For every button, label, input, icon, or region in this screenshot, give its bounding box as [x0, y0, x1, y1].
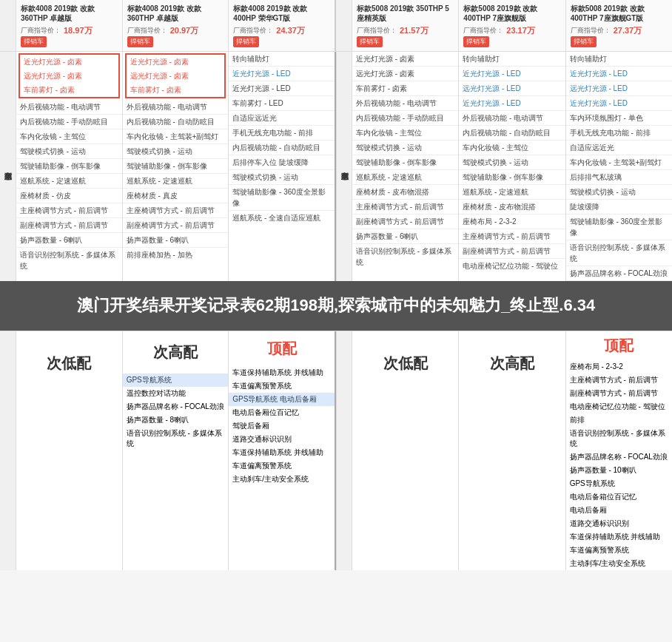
bottom-right-col2: 次高配 [459, 331, 565, 570]
feature-item: 近光灯光源 - LED [229, 67, 335, 81]
bottom-left: 次低配 次高配 GPS导航系统 遥控数控对话功能 扬声器品牌名称 - FOCAL… [0, 331, 336, 570]
gps-nav-row2: GPS导航系统 电动后备厢 [229, 393, 335, 406]
buy-button-r1[interactable]: 捍销车 [463, 36, 489, 47]
feature-item: 内后视镜功能 - 自动防眩目 [459, 126, 565, 141]
bottom-right: 次低配 次高配 顶配 座椅布局 - 2-3-2 主座椅调节方式 - 前后调节 副… [336, 331, 672, 570]
left-features: 车型信息 近光灯光源 - 卤素 远光灯光源 - 卤素 车前雾灯 - 卤素 外后视… [0, 52, 336, 281]
feature-item: 车道保持辅助系统 并线辅助 [566, 530, 672, 544]
buy-button-2[interactable]: 捍销车 [233, 36, 259, 47]
top-header: 标款4008 2019款 改款 360THP 卓越版 厂商指导价： 18.97万… [0, 0, 672, 51]
feature-item: 驾驶模式切换 - 运动 [16, 144, 122, 159]
left-col-3: 转向辅助灯 近光灯光源 - LED 近光灯光源 - LED 车前雾灯 - LED… [229, 52, 335, 281]
feature-item: 主座椅调节方式 - 前后调节 [459, 229, 565, 244]
feature-item: 驾驶模式切换 - 运动 [566, 185, 672, 200]
feature-item: 电动后备厢 [566, 504, 672, 517]
feature-item: 主座椅调节方式 - 前后调节 [16, 203, 122, 218]
feature-item: 座椅材质 - 真皮 [123, 189, 229, 203]
config-label-r次低配: 次低配 [380, 331, 431, 396]
feature-item: 座椅材质 - 仿皮 [16, 189, 122, 203]
gps-nav-row: GPS导航系统 [123, 374, 229, 387]
feature-item: GPS导航系统 [566, 477, 672, 490]
feature-item: 遥控数控对话功能 [123, 387, 229, 400]
feature-item: 车前雾灯 - LED [229, 96, 335, 111]
feature-item: 巡航系统 - 定速巡航 [16, 174, 122, 189]
feature-item: 近光灯光源 - LED [459, 96, 565, 111]
feature-item: 扬声器品牌名称 - FOCAL劲浪 [566, 450, 672, 464]
car-info-label-left: 车型信息 [0, 52, 16, 281]
feature-item: 车前雾灯 - 卤素 [20, 83, 118, 97]
model-header-r2: 标款5008 2019款 改款 400THP 7座旗舰GT版 厂商指导价： 27… [566, 0, 672, 51]
car-info-label-right: 车型信息 [336, 52, 352, 281]
feature-item: 巡航系统 - 全速自适应巡航 [229, 211, 335, 225]
feature-item: 内后视镜功能 - 自动防眩目 [123, 115, 229, 129]
left-models-header: 标款4008 2019款 改款 360THP 卓越版 厂商指导价： 18.97万… [0, 0, 336, 51]
bottom-left-col2: 次高配 GPS导航系统 遥控数控对话功能 扬声器品牌名称 - FOCAL劲浪 扬… [123, 331, 229, 570]
buy-button-1[interactable]: 捍销车 [127, 36, 153, 47]
feature-item: 车前雾灯 - 卤素 [127, 83, 225, 97]
model-header-r0: 标款5008 2019款 350THP 5 座精英版 厂商指导价： 21.57万… [352, 0, 459, 51]
buy-button-r0[interactable]: 捍销车 [357, 36, 383, 47]
feature-item: 电动座椅记忆位功能 - 驾驶位 [566, 400, 672, 413]
feature-item: 主座椅调节方式 - 前后调节 [566, 374, 672, 387]
feature-item: 后排排气私玻璃 [566, 170, 672, 185]
feature-item: 语音识别控制系统 - 多媒体系统 [566, 240, 672, 266]
feature-item: 巡航系统 - 定速巡航 [123, 174, 229, 189]
feature-item: 驾驶模式切换 - 运动 [352, 141, 458, 155]
feature-item: 驾驶辅助影像 - 倒车影像 [459, 170, 565, 185]
feature-item: 外后视镜功能 - 电动调节 [16, 100, 122, 115]
feature-item: 扬声器数量 - 6喇叭 [123, 233, 229, 248]
overlay-text: 澳门开奖结果开奖记录表62期198期,探索城市中的未知魅力_终止型.6.34 [77, 296, 595, 314]
feature-item: 语音识别控制系统 - 多媒体系统 [123, 427, 229, 450]
config-label-顶配: 顶配 [229, 331, 335, 366]
feature-item: 座椅布局 - 2-3-2 [459, 214, 565, 229]
feature-item: 近光灯光源 - LED [459, 67, 565, 81]
feature-item: 内后视镜功能 - 自动防眩目 [229, 141, 335, 155]
feature-item: 驾驶辅助影像 - 倒车影像 [352, 155, 458, 170]
feature-item: 近光灯光源 - LED [229, 81, 335, 96]
feature-item: 手机无线充电功能 - 前排 [566, 126, 672, 141]
feature-item: 电动后备厢位百记忆 [229, 406, 335, 419]
feature-item: 车内化妆镜 - 主驾位 [352, 126, 458, 141]
feature-item: 自适应远近光 [566, 141, 672, 155]
feature-item: 巡航系统 - 定速巡航 [352, 170, 458, 185]
feature-item: 驾驶辅助影像 - 倒车影像 [16, 159, 122, 174]
buy-button-0[interactable]: 捍销车 [21, 36, 47, 47]
feature-item: 远光灯光源 - 卤素 [127, 69, 225, 83]
right-col-3: 转向辅助灯 近光灯光源 - LED 远光灯光源 - LED 近光灯光源 - LE… [566, 52, 672, 281]
feature-item: 近光灯光源 - 卤素 [127, 55, 225, 69]
feature-item: 车内化妆镜 - 主驾装+副驾灯 [566, 155, 672, 170]
feature-item: 远光灯光源 - LED [566, 81, 672, 96]
feature-item: 内后视镜功能 - 手动防眩目 [16, 115, 122, 129]
bottom-left-col3: 顶配 车道保持辅助系统 并线辅助 车道偏离预警系统 GPS导航系统 电动后备厢 … [229, 331, 335, 570]
feature-item: 内后视镜功能 - 手动防眩目 [352, 111, 458, 126]
model-header-0: 标款4008 2019款 改款 360THP 卓越版 厂商指导价： 18.97万… [16, 0, 123, 51]
left-cols: 近光灯光源 - 卤素 远光灯光源 - 卤素 车前雾灯 - 卤素 外后视镜功能 -… [16, 52, 335, 281]
feature-item: 外后视镜功能 - 电动调节 [459, 111, 565, 126]
feature-item: 近光灯光源 - LED [566, 67, 672, 81]
feature-item: 驾驶模式切换 - 运动 [123, 144, 229, 159]
buy-button-r2[interactable]: 捍销车 [571, 36, 597, 47]
feature-item: 电动座椅记忆位功能 - 驾驶位 [459, 259, 565, 273]
feature-item: 车内化妆镜 - 主驾位 [16, 129, 122, 144]
feature-item: 副座椅调节方式 - 前后调节 [352, 214, 458, 229]
feature-item: 车内化妆镜 - 主驾装+副驾灯 [123, 129, 229, 144]
feature-item: 语音识别控制系统 - 多媒体系统 [16, 248, 122, 273]
right-cols: 近光灯光源 - 卤素 远光灯光源 - 卤素 车前雾灯 - 卤素 外后视镜功能 -… [352, 52, 672, 281]
feature-item: 后排停车入位 陡坡缓降 [229, 155, 335, 170]
feature-item: 道路交通标识识别 [229, 433, 335, 446]
left-col-2: 近光灯光源 - 卤素 远光灯光源 - 卤素 车前雾灯 - 卤素 外后视镜功能 -… [123, 52, 229, 281]
feature-item: 驾驶辅助影像 - 360度全景影像 [566, 214, 672, 240]
model-header-r1: 标款5008 2019款 改款 400THP 7座旗舰版 厂商指导价： 23.1… [459, 0, 565, 51]
feature-item: 副座椅调节方式 - 前后调节 [459, 244, 565, 259]
model-header-2: 标款4008 2019款 改款 400HP 荣华GT版 厂商指导价： 24.37… [229, 0, 335, 51]
feature-item: 座椅布局 - 2-3-2 [566, 360, 672, 374]
feature-item: 转向辅助灯 [229, 52, 335, 67]
feature-item: 转向辅助灯 [566, 52, 672, 67]
right-features: 车型信息 近光灯光源 - 卤素 远光灯光源 - 卤素 车前雾灯 - 卤素 外后视… [336, 52, 672, 281]
feature-item: 驾驶辅助影像 - 360度全景影像 [229, 185, 335, 211]
feature-item: 主座椅调节方式 - 前后调节 [123, 203, 229, 218]
config-label-r次高配: 次高配 [486, 331, 538, 396]
config-label-r顶配: 顶配 [566, 331, 672, 360]
feature-item: 扬声器数量 - 6喇叭 [16, 233, 122, 248]
feature-item: 车道偏离预警系统 [229, 379, 335, 393]
